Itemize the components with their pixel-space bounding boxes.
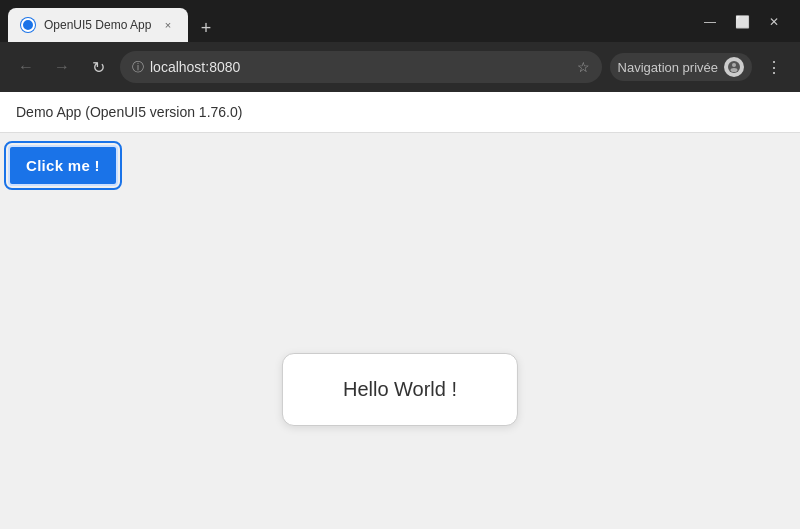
maximize-button[interactable]: ⬜ [728,8,756,36]
window-controls: — ⬜ ✕ [696,8,792,42]
tab-close-button[interactable]: × [160,17,176,33]
active-tab[interactable]: OpenUI5 Demo App × [8,8,188,42]
page-content: Demo App (OpenUI5 version 1.76.0) Click … [0,92,800,529]
address-bar: ← → ↻ ⓘ localhost:8080 ☆ Navigation priv… [0,42,800,92]
lock-icon: ⓘ [132,59,144,76]
url-display: localhost:8080 [150,59,571,75]
browser-menu-button[interactable]: ⋮ [760,53,788,81]
private-mode-label: Navigation privée [618,60,718,75]
address-input[interactable]: ⓘ localhost:8080 ☆ [120,51,602,83]
close-window-button[interactable]: ✕ [760,8,788,36]
hello-world-box: Hello World ! [282,353,518,426]
tab-favicon-icon [20,17,36,33]
tab-bar: OpenUI5 Demo App × + — ⬜ ✕ [0,0,800,42]
minimize-button[interactable]: — [696,8,724,36]
svg-point-1 [732,63,736,67]
tab-title: OpenUI5 Demo App [44,18,152,32]
private-mode-badge: Navigation privée [610,53,752,81]
bookmark-icon[interactable]: ☆ [577,59,590,75]
reload-button[interactable]: ↻ [84,53,112,81]
back-button[interactable]: ← [12,53,40,81]
forward-button[interactable]: → [48,53,76,81]
hello-world-text: Hello World ! [343,378,457,400]
page-body: Click me ! Hello World ! [0,133,800,523]
app-title: Demo App (OpenUI5 version 1.76.0) [16,104,242,120]
private-mode-icon [724,57,744,77]
click-me-button[interactable]: Click me ! [8,145,118,186]
svg-point-2 [731,68,738,72]
browser-chrome: OpenUI5 Demo App × + — ⬜ ✕ ← → ↻ ⓘ local… [0,0,800,529]
new-tab-button[interactable]: + [192,14,220,42]
page-header: Demo App (OpenUI5 version 1.76.0) [0,92,800,133]
